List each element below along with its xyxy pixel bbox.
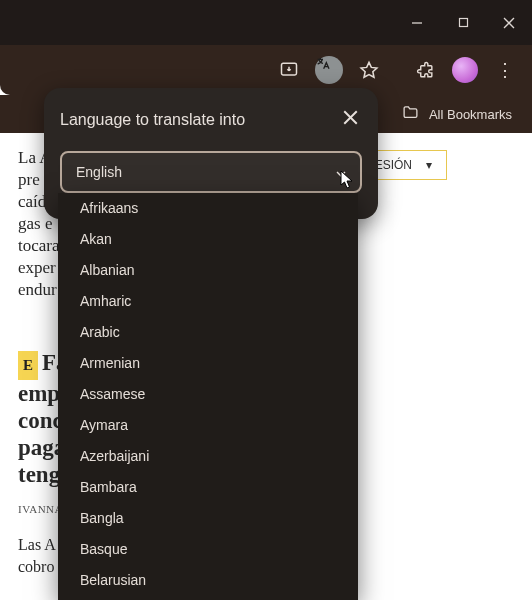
- translate-icon[interactable]: [310, 51, 348, 89]
- session-label: ESIÓN: [375, 158, 412, 172]
- headline-line: EFa: [18, 349, 58, 380]
- language-option[interactable]: Afrikaans: [58, 193, 358, 224]
- language-option[interactable]: Basque: [58, 534, 358, 565]
- popup-header: Language to translate into: [60, 106, 362, 133]
- language-option[interactable]: Aymara: [58, 410, 358, 441]
- language-option[interactable]: Arabic: [58, 317, 358, 348]
- window-minimize-button[interactable]: [394, 0, 440, 45]
- body-line: Las A: [18, 534, 58, 556]
- install-icon[interactable]: [270, 51, 308, 89]
- popup-title: Language to translate into: [60, 111, 245, 129]
- article-fragment-2: EFa emp conc paga teng IVANNA V Las A co…: [18, 349, 58, 578]
- language-dropdown: AfrikaansAkanAlbanianAmharicArabicArmeni…: [58, 193, 358, 600]
- body-line: cobro: [18, 556, 58, 578]
- close-icon[interactable]: [339, 106, 362, 133]
- language-option[interactable]: Belarusian: [58, 565, 358, 596]
- headline-line: paga: [18, 434, 58, 461]
- text-line: tocara: [18, 235, 58, 257]
- byline: IVANNA V: [18, 498, 58, 520]
- kebab-menu-icon[interactable]: ⋮: [486, 51, 524, 89]
- language-option[interactable]: Azerbaijani: [58, 441, 358, 472]
- text-line: exper: [18, 257, 58, 279]
- language-option[interactable]: Armenian: [58, 348, 358, 379]
- language-select[interactable]: English: [60, 151, 362, 193]
- window-close-button[interactable]: [486, 0, 532, 45]
- translate-badge: [315, 56, 343, 84]
- bookmark-star-icon[interactable]: [350, 51, 388, 89]
- text-line: endur: [18, 279, 58, 301]
- language-option[interactable]: Bangla: [58, 503, 358, 534]
- window-maximize-button[interactable]: [440, 0, 486, 45]
- profile-avatar[interactable]: [446, 51, 484, 89]
- svg-rect-1: [459, 19, 467, 27]
- avatar-image: [452, 57, 478, 83]
- dropdown-arrow-icon: [336, 164, 346, 180]
- window-titlebar: [0, 0, 532, 45]
- extensions-icon[interactable]: [406, 51, 444, 89]
- folder-icon: [402, 104, 419, 124]
- exclusive-badge: E: [18, 351, 38, 380]
- language-option[interactable]: Amharic: [58, 286, 358, 317]
- chevron-down-icon: ▾: [426, 158, 432, 172]
- headline-line: emp: [18, 380, 58, 407]
- all-bookmarks-link[interactable]: All Bookmarks: [429, 107, 512, 122]
- selected-language: English: [76, 164, 122, 180]
- language-option[interactable]: Akan: [58, 224, 358, 255]
- language-option[interactable]: Assamese: [58, 379, 358, 410]
- language-option[interactable]: Albanian: [58, 255, 358, 286]
- language-option[interactable]: Bambara: [58, 472, 358, 503]
- headline-line: conc: [18, 407, 58, 434]
- headline-line: teng: [18, 461, 58, 488]
- svg-marker-5: [361, 62, 377, 77]
